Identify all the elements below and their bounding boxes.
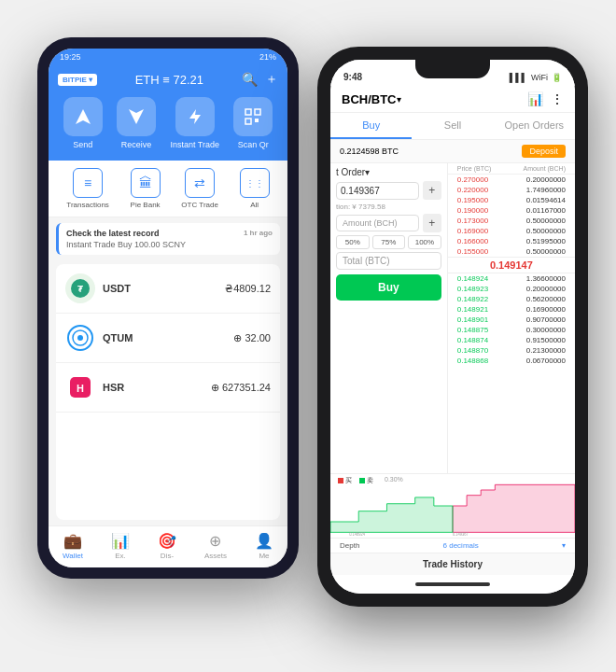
amount-input-row: Amount (BCH) + — [336, 214, 441, 232]
svg-text:0.149367: 0.149367 — [453, 532, 469, 537]
all-icon: ⋮⋮ — [240, 168, 270, 198]
estimation-row: tion: ¥ 7379.58 — [336, 203, 441, 211]
trade-history-button[interactable]: Trade History — [330, 553, 575, 575]
sell-order-0: 0.2700000.20000000 — [448, 175, 575, 185]
nav-me[interactable]: 👤 Me — [255, 532, 273, 560]
buy-order-4: 0.1489010.90700000 — [448, 315, 575, 325]
notification-detail: Instant Trade Buy 100.00 SCNY — [66, 240, 273, 249]
tab-sell[interactable]: Sell — [412, 113, 493, 139]
tab-buy[interactable]: Buy — [330, 113, 412, 139]
battery-icon: 🔋 — [552, 73, 562, 82]
svg-marker-2 — [189, 109, 201, 124]
pie-bank-button[interactable]: 🏛 Pie Bank — [131, 168, 161, 209]
send-button[interactable]: Send — [63, 97, 103, 149]
nav-assets[interactable]: ⊕ Assets — [204, 532, 227, 560]
sell-order-5: 0.1690000.50000000 — [448, 226, 575, 236]
svg-rect-3 — [245, 109, 251, 115]
chart-legend: 买 卖 0.30% — [338, 476, 403, 485]
deposit-balance: 0.2124598 BTC — [340, 147, 399, 156]
iphone-signal: ▌▌▌ — [510, 73, 527, 82]
android-header: BITPIE ▾ ETH ≡ 72.21 🔍 ＋ — [49, 65, 287, 97]
sell-orders: 0.2700000.20000000 0.2200001.74960000 0.… — [448, 175, 575, 257]
android-signal: 21% — [259, 52, 276, 62]
svg-text:0.148924: 0.148924 — [349, 532, 365, 537]
wallet-item-hsr[interactable]: H HSR ⊕ 627351.24 — [56, 363, 280, 413]
buy-order-8: 0.1488680.06700000 — [448, 356, 575, 366]
pct-50-button[interactable]: 50% — [336, 235, 370, 249]
svg-rect-4 — [255, 109, 260, 115]
iphone-time: 9:48 — [343, 72, 362, 82]
receive-button[interactable]: Receive — [117, 97, 156, 149]
tab-open-orders[interactable]: Open Orders — [494, 113, 575, 139]
qtum-icon — [65, 323, 95, 353]
wallet-list: ₮ USDT ₴4809.12 QTUM ⊕ 32 — [56, 264, 280, 520]
depth-row: Depth 6 decimals ▾ — [330, 539, 575, 553]
home-indicator — [330, 575, 575, 594]
notification-title: Check the latest record 1 hr ago — [66, 229, 273, 238]
buy-order-0: 0.1489241.36600000 — [448, 273, 575, 284]
buy-button[interactable]: Buy — [336, 274, 441, 301]
buy-order-3: 0.1489210.16900000 — [448, 304, 575, 315]
price-input[interactable]: 0.149367 — [336, 182, 419, 200]
otc-icon: ⇄ — [185, 168, 215, 198]
receive-icon — [117, 97, 156, 136]
add-icon[interactable]: ＋ — [265, 71, 278, 88]
transactions-button[interactable]: ≡ Transactions — [66, 168, 109, 209]
notification-bar[interactable]: Check the latest record 1 hr ago Instant… — [56, 223, 280, 255]
sell-order-7: 0.1550000.50000000 — [448, 246, 575, 257]
wallet-item-qtum[interactable]: QTUM ⊕ 32.00 — [56, 314, 280, 363]
orderbook-header: Price (BTC) Amount (BCH) — [448, 163, 575, 175]
more-icon[interactable]: ⋮ — [551, 91, 564, 106]
trade-header: BCH/BTC ▾ 📊 ⋮ — [330, 86, 575, 113]
android-bottom-nav: 💼 Wallet 📊 Ex. 🎯 Dis- ⊕ Assets 👤 M — [49, 525, 287, 567]
wifi-icon: WiFi — [531, 73, 548, 82]
svg-text:₮: ₮ — [77, 285, 84, 294]
amount-input[interactable]: Amount (BCH) — [336, 215, 419, 231]
transactions-icon: ≡ — [73, 168, 103, 198]
all-button[interactable]: ⋮⋮ All — [240, 168, 270, 209]
amount-add-button[interactable]: + — [423, 214, 441, 232]
chart-pct: 0.30% — [385, 476, 403, 485]
otc-trade-button[interactable]: ⇄ OTC Trade — [181, 168, 218, 209]
trade-tabs: Buy Sell Open Orders — [330, 113, 575, 140]
chart-icon[interactable]: 📊 — [527, 91, 543, 106]
price-add-button[interactable]: + — [423, 181, 441, 200]
percentage-buttons: 50% 75% 100% — [336, 235, 441, 249]
pct-75-button[interactable]: 75% — [372, 235, 406, 249]
search-icon[interactable]: 🔍 — [242, 72, 258, 87]
instant-trade-button[interactable]: Instant Trade — [170, 97, 219, 149]
chevron-down-icon[interactable]: ▾ — [562, 541, 566, 550]
wallet-item-usdt[interactable]: ₮ USDT ₴4809.12 — [56, 264, 280, 314]
sell-order-6: 0.1660000.51995000 — [448, 236, 575, 246]
pct-100-button[interactable]: 100% — [408, 235, 441, 249]
sell-order-1: 0.2200001.74960000 — [448, 185, 575, 195]
buy-order-7: 0.1488700.21300000 — [448, 345, 575, 356]
svg-rect-6 — [255, 119, 259, 122]
hsr-icon: H — [65, 372, 95, 402]
buy-orders: 0.1489241.36600000 0.1489230.20000000 0.… — [448, 273, 575, 366]
deposit-button[interactable]: Deposit — [522, 145, 566, 158]
buy-order-1: 0.1489230.20000000 — [448, 284, 575, 294]
nav-wallet[interactable]: 💼 Wallet — [63, 532, 83, 560]
nav-discover[interactable]: 🎯 Dis- — [158, 532, 176, 560]
mid-price: 0.149147 — [448, 257, 575, 273]
svg-text:H: H — [77, 383, 84, 394]
deposit-row: 0.2124598 BTC Deposit — [330, 140, 575, 163]
buy-legend-dot — [338, 478, 343, 483]
android-status-bar: 19:25 21% — [49, 49, 287, 65]
qr-scan-icon — [233, 97, 273, 136]
header-balance: ETH ≡ 72.21 — [135, 73, 203, 87]
secondary-actions: ≡ Transactions 🏛 Pie Bank ⇄ OTC Trade ⋮⋮… — [49, 161, 287, 217]
sell-order-3: 0.1900000.01167000 — [448, 205, 575, 216]
buy-order-2: 0.1489220.56200000 — [448, 294, 575, 304]
price-input-row: 0.149367 + — [336, 181, 441, 200]
trading-pair-title[interactable]: BCH/BTC — [342, 92, 397, 106]
iphone-screen: 9:48 ▌▌▌ WiFi 🔋 BCH/BTC ▾ 📊 ⋮ Buy Sell O… — [330, 60, 575, 594]
order-type-selector[interactable]: t Order ▾ — [336, 167, 441, 177]
depth-chart: 买 卖 0.30% 0.148924 0.149367 — [330, 473, 575, 539]
sell-order-2: 0.1950000.01594614 — [448, 195, 575, 205]
scan-qr-button[interactable]: Scan Qr — [233, 97, 273, 149]
nav-exchange[interactable]: 📊 Ex. — [111, 532, 130, 560]
total-input[interactable]: Total (BTC) — [336, 252, 441, 270]
svg-marker-0 — [76, 109, 91, 124]
